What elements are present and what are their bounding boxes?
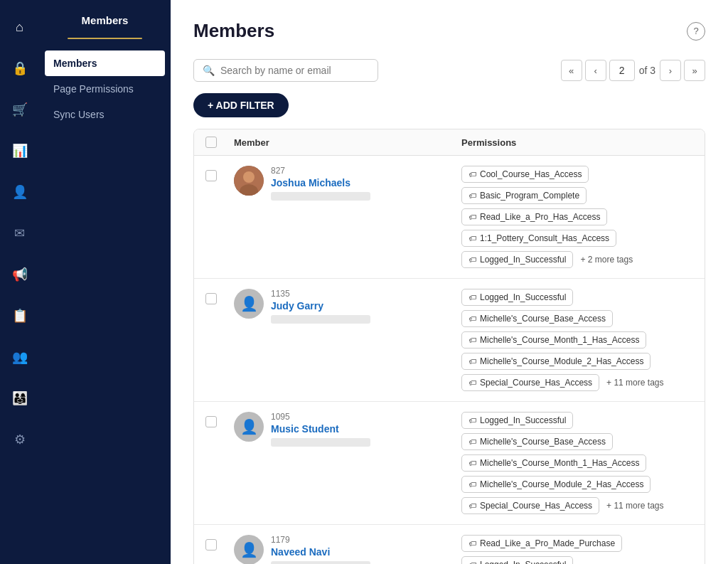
add-filter-button[interactable]: + ADD FILTER bbox=[193, 93, 289, 117]
perm-tag[interactable]: 🏷Special_Course_Has_Access bbox=[461, 497, 599, 514]
chart-icon[interactable]: 📊 bbox=[7, 138, 33, 164]
next-page-button[interactable]: › bbox=[660, 60, 681, 81]
tag-icon: 🏷 bbox=[469, 378, 476, 387]
row-checkbox-1[interactable] bbox=[205, 293, 217, 304]
tag-icon: 🏷 bbox=[469, 234, 476, 243]
book-icon[interactable]: 📋 bbox=[7, 303, 33, 329]
member-email-1 bbox=[271, 315, 370, 324]
icon-bar: ⌂ 🔒 🛒 📊 👤 ✉ 📢 📋 👥 👨‍👩‍👧 ⚙ bbox=[0, 0, 39, 564]
search-box: 🔍 bbox=[193, 59, 378, 82]
tag-icon: 🏷 bbox=[469, 416, 476, 425]
table-row: 👤 1095 Music Student 🏷Logged_In_Successf… bbox=[194, 402, 705, 525]
perm-tag[interactable]: 🏷Michelle's_Course_Month_1_Has_Access bbox=[461, 454, 646, 472]
page-header: Members ? bbox=[193, 20, 705, 42]
tag-icon: 🏷 bbox=[469, 293, 476, 302]
perm-tag[interactable]: 🏷Logged_In_Successful bbox=[461, 251, 573, 268]
first-page-button[interactable]: « bbox=[561, 60, 582, 81]
user-icon[interactable]: 👤 bbox=[7, 179, 33, 205]
table-header: Member Permissions bbox=[194, 129, 705, 156]
member-name-1[interactable]: Judy Garry bbox=[271, 300, 370, 312]
tag-icon: 🏷 bbox=[469, 314, 476, 323]
more-tags-1[interactable]: + 11 more tags bbox=[604, 375, 666, 390]
perm-tag[interactable]: 🏷Basic_Program_Complete bbox=[461, 187, 587, 204]
table-row: 👤 1179 Naveed Navi 🏷Read_Like_a_Pro_Made… bbox=[194, 525, 705, 564]
tag-icon: 🏷 bbox=[469, 459, 476, 467]
tag-icon: 🏷 bbox=[469, 437, 476, 446]
svg-point-1 bbox=[243, 171, 255, 183]
sidebar-item-sync-users[interactable]: Sync Users bbox=[39, 102, 171, 127]
perm-tag[interactable]: 🏷1:1_Pottery_Consult_Has_Access bbox=[461, 230, 616, 247]
cart-icon[interactable]: 🛒 bbox=[7, 97, 33, 122]
more-tags-2[interactable]: + 11 more tags bbox=[604, 498, 666, 514]
perm-tag[interactable]: 🏷Michelle's_Course_Module_2_Has_Access bbox=[461, 476, 651, 493]
perm-tag[interactable]: 🏷Michelle's_Course_Base_Access bbox=[461, 310, 613, 327]
tag-icon: 🏷 bbox=[469, 560, 476, 564]
people-icon[interactable]: 👥 bbox=[7, 344, 33, 370]
search-input[interactable] bbox=[220, 65, 369, 76]
member-name-3[interactable]: Naveed Navi bbox=[271, 546, 370, 558]
member-info-0: 827 Joshua Michaels bbox=[234, 166, 461, 201]
perm-tag[interactable]: 🏷Michelle's_Course_Month_1_Has_Access bbox=[461, 331, 646, 348]
megaphone-icon[interactable]: 📢 bbox=[7, 262, 33, 287]
perm-tag[interactable]: 🏷Read_Like_a_Pro_Made_Purchase bbox=[461, 535, 622, 552]
sidebar-item-page-permissions[interactable]: Page Permissions bbox=[39, 76, 171, 102]
avatar-1: 👤 bbox=[234, 289, 264, 319]
lock-icon[interactable]: 🔒 bbox=[7, 55, 33, 81]
member-info-1: 👤 1135 Judy Garry bbox=[234, 289, 461, 324]
perm-tag[interactable]: 🏷Special_Course_Has_Access bbox=[461, 374, 599, 391]
perm-tag[interactable]: 🏷Logged_In_Successful bbox=[461, 289, 573, 306]
permissions-area-0: 🏷Cool_Course_Has_Access 🏷Basic_Program_C… bbox=[461, 166, 693, 268]
email-icon[interactable]: ✉ bbox=[7, 220, 33, 246]
tag-icon: 🏷 bbox=[469, 191, 476, 200]
member-details-3: 1179 Naveed Navi bbox=[271, 535, 370, 564]
perm-tag[interactable]: 🏷Read_Like_a_Pro_Has_Access bbox=[461, 208, 607, 225]
table-row: 👤 1135 Judy Garry 🏷Logged_In_Successful … bbox=[194, 279, 705, 402]
perm-tag[interactable]: 🏷Cool_Course_Has_Access bbox=[461, 166, 589, 183]
member-name-2[interactable]: Music Student bbox=[271, 423, 370, 435]
member-email-0 bbox=[271, 192, 370, 201]
sidebar-item-members[interactable]: Members bbox=[45, 50, 165, 76]
help-icon[interactable]: ? bbox=[687, 22, 705, 41]
tag-icon: 🏷 bbox=[469, 255, 476, 264]
row-checkbox-3[interactable] bbox=[205, 539, 217, 550]
member-details-2: 1095 Music Student bbox=[271, 412, 370, 447]
row-checkbox-0[interactable] bbox=[205, 170, 217, 181]
search-icon: 🔍 bbox=[203, 65, 215, 76]
tag-icon: 🏷 bbox=[469, 539, 476, 548]
sidebar-divider bbox=[68, 38, 142, 39]
tag-icon: 🏷 bbox=[469, 501, 476, 510]
tag-icon: 🏷 bbox=[469, 357, 476, 366]
home-icon[interactable]: ⌂ bbox=[7, 14, 33, 40]
permissions-area-3: 🏷Read_Like_a_Pro_Made_Purchase 🏷Logged_I… bbox=[461, 535, 693, 564]
perm-tag[interactable]: 🏷Logged_In_Successful bbox=[461, 556, 573, 564]
page-of-label: of 3 bbox=[639, 65, 655, 76]
member-id-1: 1135 bbox=[271, 289, 370, 299]
permissions-area-1: 🏷Logged_In_Successful 🏷Michelle's_Course… bbox=[461, 289, 693, 391]
column-header-permissions: Permissions bbox=[461, 137, 693, 148]
member-details-1: 1135 Judy Garry bbox=[271, 289, 370, 324]
more-tags-0[interactable]: + 2 more tags bbox=[577, 252, 636, 267]
member-name-0[interactable]: Joshua Michaels bbox=[271, 177, 370, 188]
member-details-0: 827 Joshua Michaels bbox=[271, 166, 370, 201]
member-email-2 bbox=[271, 438, 370, 447]
column-header-member: Member bbox=[234, 137, 461, 148]
pagination: « ‹ of 3 › » bbox=[561, 60, 705, 81]
page-title: Members bbox=[193, 20, 274, 42]
member-id-3: 1179 bbox=[271, 535, 370, 545]
perm-tag[interactable]: 🏷Michelle's_Course_Base_Access bbox=[461, 433, 613, 450]
perm-tag[interactable]: 🏷Logged_In_Successful bbox=[461, 412, 573, 429]
current-page-input[interactable] bbox=[609, 60, 635, 81]
last-page-button[interactable]: » bbox=[684, 60, 705, 81]
settings-icon[interactable]: ⚙ bbox=[7, 427, 33, 452]
select-all-checkbox[interactable] bbox=[205, 137, 217, 148]
row-checkbox-2[interactable] bbox=[205, 416, 217, 427]
toolbar: 🔍 « ‹ of 3 › » bbox=[193, 59, 705, 82]
perm-tag[interactable]: 🏷Michelle's_Course_Module_2_Has_Access bbox=[461, 353, 651, 370]
team-icon[interactable]: 👨‍👩‍👧 bbox=[7, 385, 33, 411]
permissions-area-2: 🏷Logged_In_Successful 🏷Michelle's_Course… bbox=[461, 412, 693, 514]
member-info-3: 👤 1179 Naveed Navi bbox=[234, 535, 461, 564]
member-id-0: 827 bbox=[271, 166, 370, 176]
prev-page-button[interactable]: ‹ bbox=[585, 60, 606, 81]
main-content: Members ? 🔍 « ‹ of 3 › » + ADD FILTER Me… bbox=[171, 0, 728, 564]
sidebar-title: Members bbox=[39, 0, 171, 32]
